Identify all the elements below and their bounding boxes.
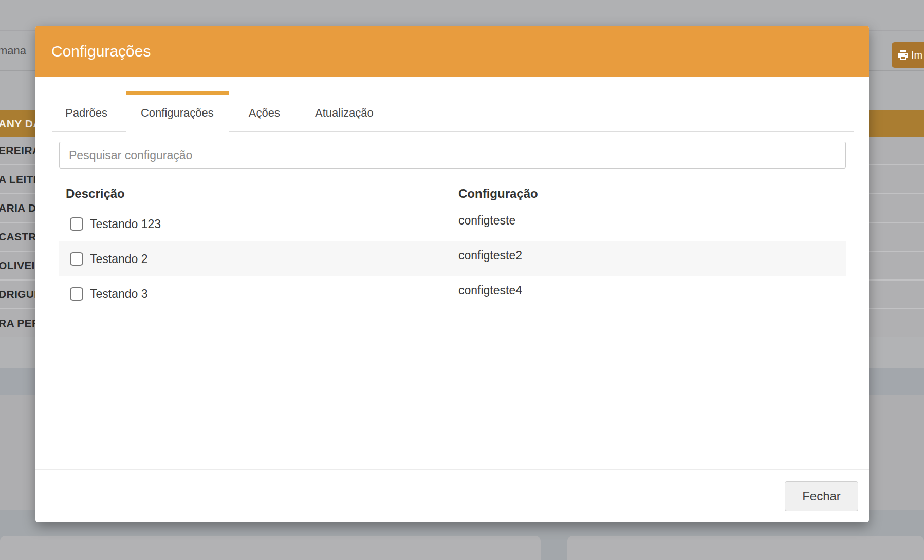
row-description: Testando 123 (90, 217, 161, 231)
print-button[interactable]: Im (892, 42, 924, 68)
background-row-text: EREIRA (0, 137, 40, 164)
modal-title: Configurações (51, 26, 151, 77)
tab-label: Configurações (141, 106, 214, 120)
table-row: Testando 3 configteste4 (59, 276, 846, 311)
row-description: Testando 2 (90, 252, 148, 266)
description-cell: Testando 3 (59, 276, 451, 311)
background-row-text: RA PER (0, 309, 40, 337)
row-checkbox[interactable] (70, 287, 83, 301)
modal-header: Configurações (35, 26, 869, 77)
screen: mana Im ANY DA EREIRA A LEITE ARIA D CAS… (0, 0, 924, 560)
background-partial-text: mana (0, 31, 26, 70)
column-header-configuracao: Configuração (451, 186, 846, 201)
background-row-text: ARIA D (0, 194, 36, 222)
row-description: Testando 3 (90, 287, 148, 301)
table-row: Testando 123 configteste (59, 207, 846, 241)
printer-icon (897, 49, 909, 61)
background-row-text: A LEITE (0, 165, 41, 193)
column-header-descricao: Descrição (59, 186, 451, 201)
config-cell: configteste4 (451, 276, 846, 311)
tab-padroes[interactable]: Padrões (52, 91, 121, 131)
background-card (567, 536, 924, 560)
row-checkbox[interactable] (70, 252, 83, 266)
table-header-row: Descrição Configuração (59, 181, 846, 207)
modal-footer: Fechar (35, 469, 869, 522)
tab-atualizacao[interactable]: Atualização (300, 91, 389, 131)
tab-label: Padrões (65, 106, 107, 120)
description-cell: Testando 123 (59, 207, 451, 241)
tab-label: Atualização (315, 106, 374, 120)
config-cell: configteste2 (451, 241, 846, 276)
tab-bar: Padrões Configurações Ações Atualização (52, 91, 854, 132)
background-card (0, 536, 541, 560)
tab-acoes[interactable]: Ações (234, 91, 295, 131)
settings-modal: Configurações Padrões Configurações Açõe… (35, 26, 869, 522)
description-cell: Testando 2 (59, 241, 451, 276)
tab-label: Ações (249, 106, 280, 120)
close-button[interactable]: Fechar (785, 481, 858, 511)
print-button-label: Im (911, 49, 922, 61)
config-cell: configteste (451, 207, 846, 241)
table-row: Testando 2 configteste2 (59, 241, 846, 276)
config-table: Descrição Configuração Testando 123 conf… (59, 181, 846, 311)
tab-configuracoes[interactable]: Configurações (126, 91, 229, 132)
row-checkbox[interactable] (70, 217, 83, 231)
search-input[interactable] (59, 142, 846, 169)
